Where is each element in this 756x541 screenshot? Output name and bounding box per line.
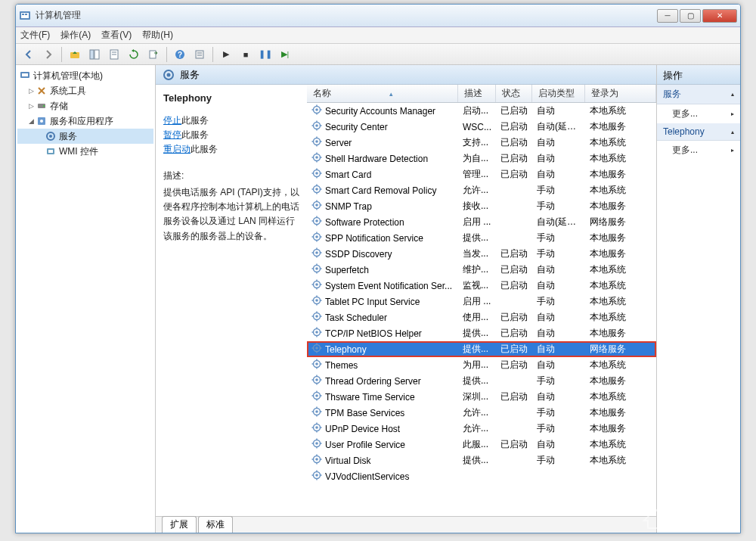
- service-name: System Event Notification Ser...: [325, 281, 452, 291]
- service-logon-cell: 本地服务: [585, 247, 656, 260]
- service-row[interactable]: Security Accounts Manager启动...已启动自动本地系统: [307, 103, 656, 119]
- properties-button[interactable]: [106, 46, 122, 63]
- service-name: Thsware Time Service: [325, 392, 415, 403]
- tree-storage[interactable]: ▷ 存储: [17, 98, 153, 113]
- service-row[interactable]: Smart Card Removal Policy允许...手动本地系统: [307, 182, 656, 198]
- action-more-telephony[interactable]: 更多...▸: [657, 141, 740, 160]
- service-row[interactable]: Virtual Disk提供...手动本地系统: [307, 452, 656, 468]
- service-row[interactable]: Superfetch维护...已启动自动本地系统: [307, 262, 656, 278]
- service-logon-cell: 网络服务: [585, 343, 656, 356]
- pause-service-button[interactable]: ❚❚: [257, 46, 274, 63]
- service-name-cell: Smart Card Removal Policy: [307, 184, 458, 197]
- service-row[interactable]: User Profile Service此服...已启动自动本地系统: [307, 437, 656, 452]
- col-name[interactable]: 名称▴: [307, 85, 458, 102]
- up-folder-button[interactable]: [67, 46, 83, 63]
- col-status[interactable]: 状态: [496, 85, 532, 102]
- service-row[interactable]: UPnP Device Host允许...手动本地服务: [307, 421, 656, 437]
- help-button[interactable]: ?: [172, 46, 188, 63]
- service-row[interactable]: TPM Base Services允许...手动本地服务: [307, 405, 656, 421]
- svg-rect-2: [22, 14, 24, 15]
- service-logon-cell: 本地服务: [585, 422, 656, 435]
- service-logon-cell: 本地系统: [585, 136, 656, 149]
- tree-services-apps[interactable]: ◢ 服务和应用程序: [17, 113, 153, 129]
- service-row[interactable]: Task Scheduler使用...已启动自动本地系统: [307, 309, 656, 325]
- service-name-cell: VJVodClientServices: [307, 470, 458, 483]
- tab-extended[interactable]: 扩展: [162, 516, 197, 533]
- show-hide-tree-button[interactable]: [86, 46, 103, 63]
- service-desc-cell: 启用 ...: [458, 216, 496, 229]
- pause-link[interactable]: 暂停: [163, 129, 181, 140]
- svg-rect-3: [25, 14, 27, 15]
- service-name-cell: SPP Notification Service: [307, 232, 458, 244]
- expand-icon[interactable]: ▷: [26, 102, 36, 110]
- service-row[interactable]: SSDP Discovery当发...已启动手动本地服务: [307, 246, 656, 262]
- menu-view[interactable]: 查看(V): [101, 29, 132, 42]
- minimize-button[interactable]: ─: [657, 9, 678, 23]
- svg-point-77: [315, 235, 318, 238]
- tab-standard[interactable]: 标准: [198, 516, 233, 533]
- start-service-button[interactable]: ▶: [218, 46, 234, 63]
- menu-help[interactable]: 帮助(H): [142, 29, 173, 42]
- service-row[interactable]: Shell Hardware Detection为自...已启动自动本地系统: [307, 151, 656, 166]
- service-row[interactable]: SNMP Trap接收...手动本地服务: [307, 198, 656, 214]
- service-row[interactable]: Thread Ordering Server提供...手动本地服务: [307, 373, 656, 389]
- svg-point-21: [40, 120, 43, 123]
- gear-icon: [311, 295, 322, 308]
- tree-services[interactable]: 服务: [17, 129, 153, 144]
- service-logon-cell: 本地服务: [585, 406, 656, 419]
- menu-file[interactable]: 文件(F): [20, 29, 50, 42]
- service-name-cell: SNMP Trap: [307, 200, 458, 213]
- stop-link[interactable]: 停止: [163, 115, 181, 126]
- toolbar: ? ▶ ■ ❚❚ ▶|: [16, 44, 740, 65]
- storage-icon: [36, 100, 48, 112]
- close-button[interactable]: ✕: [702, 9, 737, 23]
- service-row[interactable]: Server支持...已启动自动本地系统: [307, 135, 656, 151]
- menu-action[interactable]: 操作(A): [60, 29, 91, 42]
- list-rows[interactable]: Security Accounts Manager启动...已启动自动本地系统S…: [307, 103, 656, 516]
- service-status-cell: 已启动: [496, 104, 532, 117]
- service-row[interactable]: Telephony提供...已启动自动网络服务: [307, 341, 656, 357]
- service-status-cell: 已启动: [496, 247, 532, 260]
- action-group-services[interactable]: 服务▴: [657, 85, 740, 104]
- export-button[interactable]: [145, 46, 162, 63]
- action-button[interactable]: [191, 46, 208, 63]
- expand-icon[interactable]: ▷: [26, 87, 36, 95]
- service-name: Security Accounts Manager: [325, 106, 435, 117]
- actions-pane: 操作 服务▴ 更多...▸ Telephony▴ 更多...▸: [657, 65, 740, 533]
- tree-system-tools[interactable]: ▷ 系统工具: [17, 83, 153, 98]
- service-startup-cell: 手动: [532, 232, 585, 244]
- col-logon[interactable]: 登录为: [585, 85, 656, 102]
- service-row[interactable]: Themes为用...已启动自动本地系统: [307, 357, 656, 373]
- service-row[interactable]: Security CenterWSC...已启动自动(延迟...本地服务: [307, 119, 656, 135]
- service-name-cell: System Event Notification Ser...: [307, 279, 458, 292]
- maximize-button[interactable]: ▢: [680, 9, 701, 23]
- service-row[interactable]: TCP/IP NetBIOS Helper提供...已启动自动本地服务: [307, 325, 656, 341]
- refresh-button[interactable]: [125, 46, 142, 63]
- service-row[interactable]: SPP Notification Service提供...手动本地服务: [307, 230, 656, 246]
- service-name: User Profile Service: [325, 440, 405, 450]
- stop-service-button[interactable]: ■: [237, 46, 254, 63]
- collapse-icon[interactable]: ◢: [26, 117, 36, 125]
- service-row[interactable]: System Event Notification Ser...监视...已启动…: [307, 278, 656, 294]
- restart-link[interactable]: 重启动: [163, 144, 191, 154]
- service-row[interactable]: Tablet PC Input Service启用 ...手动本地系统: [307, 294, 656, 309]
- tree-wmi[interactable]: WMI 控件: [17, 144, 153, 159]
- service-row[interactable]: Software Protection启用 ...自动(延迟...网络服务: [307, 214, 656, 230]
- col-desc[interactable]: 描述: [458, 85, 496, 102]
- service-status-cell: 已启动: [496, 263, 532, 276]
- collapse-icon: ▴: [731, 91, 734, 98]
- col-startup[interactable]: 启动类型: [532, 85, 585, 102]
- service-startup-cell: 自动: [532, 136, 585, 149]
- service-row[interactable]: Thsware Time Service深圳...已启动自动本地系统: [307, 389, 656, 405]
- tree-root[interactable]: 计算机管理(本地): [17, 68, 153, 83]
- service-row[interactable]: Smart Card管理...已启动自动本地服务: [307, 166, 656, 182]
- back-button[interactable]: [20, 46, 37, 63]
- restart-service-button[interactable]: ▶|: [277, 46, 293, 63]
- service-row[interactable]: VJVodClientServices: [307, 468, 656, 484]
- svg-point-35: [315, 124, 318, 127]
- action-more-services[interactable]: 更多...▸: [657, 104, 740, 123]
- action-group-telephony[interactable]: Telephony▴: [657, 123, 740, 141]
- svg-point-149: [315, 426, 318, 429]
- forward-button[interactable]: [40, 46, 57, 63]
- chevron-right-icon: ▸: [731, 147, 734, 154]
